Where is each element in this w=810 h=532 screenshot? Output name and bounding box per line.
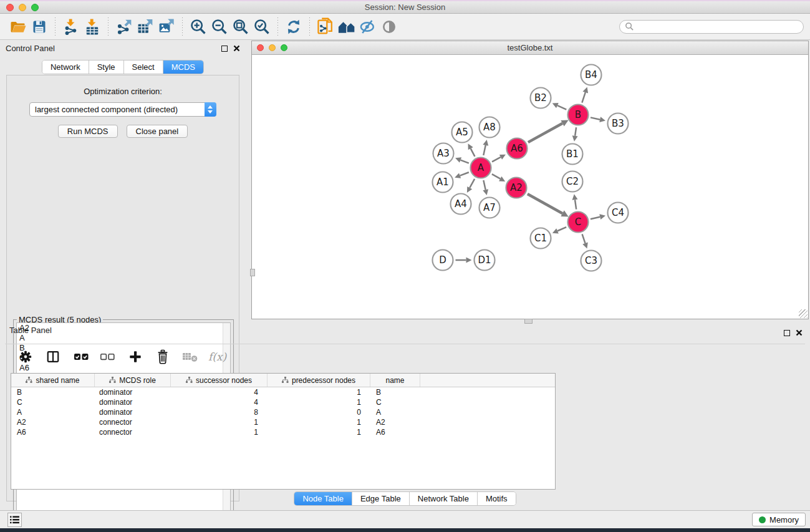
export-image-button[interactable]	[156, 17, 177, 37]
table-cell[interactable]: dominator	[95, 408, 171, 417]
column-header-shared-name[interactable]: shared name	[11, 374, 95, 387]
run-mcds-button[interactable]: Run MCDS	[58, 125, 118, 138]
edge-A6-B[interactable]	[528, 123, 562, 142]
table-cell[interactable]: 1	[268, 388, 370, 397]
edge-A2-C[interactable]	[528, 194, 562, 213]
node-table-body[interactable]: Bdominator41BCdominator41CAdominator80AA…	[11, 387, 555, 437]
table-cell[interactable]: 1	[268, 418, 370, 427]
edge-A-A5[interactable]	[471, 148, 475, 157]
function-builder-button[interactable]: f(x)	[208, 351, 226, 363]
edge-A-A3[interactable]	[461, 160, 469, 163]
table-cell[interactable]: B	[370, 388, 420, 397]
criterion-dropdown[interactable]: largest connected component (directed)	[29, 102, 216, 117]
search-input[interactable]	[619, 20, 804, 34]
table-cell[interactable]: dominator	[95, 398, 171, 407]
close-panel-icon[interactable]	[233, 45, 240, 52]
table-row[interactable]: Adominator80A	[11, 407, 555, 417]
table-cell[interactable]: C	[370, 398, 420, 407]
column-header-MCDS-role[interactable]: MCDS role	[95, 374, 171, 387]
tab-network-table[interactable]: Network Table	[410, 492, 478, 505]
table-cell[interactable]: 4	[171, 398, 268, 407]
tab-style[interactable]: Style	[89, 60, 124, 74]
select-all-columns-button[interactable]	[74, 351, 90, 363]
zoom-fit-button[interactable]	[230, 17, 251, 37]
network-canvas[interactable]: B4B2BB3A8A5A6B1A3AA1C2A2A4A7C4CC1C3DD1	[252, 55, 808, 319]
close-panel-button[interactable]: Close panel	[127, 125, 188, 138]
table-settings-button[interactable]	[19, 350, 32, 364]
tab-edge-table[interactable]: Edge Table	[352, 492, 410, 505]
edge-B-B2[interactable]	[557, 105, 566, 109]
edge-A-A8[interactable]	[483, 145, 485, 155]
export-network-button[interactable]	[113, 17, 135, 37]
node-table-header[interactable]: shared nameMCDS rolesuccessor nodesprede…	[11, 374, 555, 387]
column-header-name[interactable]: name	[370, 374, 420, 387]
table-cell[interactable]: 1	[268, 398, 370, 407]
edge-C-C2[interactable]	[575, 200, 576, 209]
table-cell[interactable]: dominator	[95, 388, 171, 397]
table-float-panel-icon[interactable]	[784, 330, 790, 336]
table-cell[interactable]: A	[370, 408, 420, 417]
resize-grip-icon[interactable]	[799, 309, 808, 318]
export-table-button[interactable]	[135, 17, 156, 37]
table-cell[interactable]: A6	[11, 428, 95, 437]
network-graph[interactable]: B4B2BB3A8A5A6B1A3AA1C2A2A4A7C4CC1C3DD1	[252, 55, 808, 319]
table-cell[interactable]: connector	[95, 428, 171, 437]
table-cell[interactable]: 0	[268, 408, 370, 417]
horizontal-split-handle[interactable]	[524, 319, 533, 324]
hide-selected-button[interactable]	[357, 17, 378, 37]
save-session-button[interactable]	[29, 17, 50, 37]
tab-node-table[interactable]: Node Table	[294, 492, 352, 505]
tab-motifs[interactable]: Motifs	[478, 492, 516, 505]
zoom-out-button[interactable]	[209, 17, 230, 37]
table-cell[interactable]: connector	[95, 418, 171, 427]
tab-select[interactable]: Select	[124, 60, 163, 74]
network-window-titlebar[interactable]: testGlobe.txt	[252, 41, 808, 55]
node-table[interactable]: shared nameMCDS rolesuccessor nodesprede…	[11, 373, 556, 490]
edge-B-B1[interactable]	[575, 127, 576, 136]
edge-A-A2[interactable]	[492, 174, 500, 179]
table-cell[interactable]: A	[11, 408, 95, 417]
import-network-button[interactable]	[60, 17, 82, 37]
table-cell[interactable]: B	[11, 388, 95, 397]
show-all-button[interactable]	[378, 17, 400, 37]
table-cell[interactable]: 1	[171, 428, 268, 437]
table-row[interactable]: Cdominator41C	[11, 397, 555, 407]
refresh-button[interactable]	[283, 17, 304, 37]
edge-C-C4[interactable]	[591, 217, 600, 220]
table-cell[interactable]: A2	[370, 418, 420, 427]
edge-A-A1[interactable]	[460, 172, 469, 175]
zoom-in-button[interactable]	[188, 17, 209, 37]
tab-network[interactable]: Network	[42, 60, 89, 74]
duplicate-network-button[interactable]	[315, 17, 336, 37]
memory-button[interactable]: Memory	[752, 513, 806, 526]
table-row[interactable]: Bdominator41B	[11, 387, 555, 397]
edge-A-A7[interactable]	[483, 180, 485, 190]
delete-column-button[interactable]	[156, 349, 170, 364]
table-row[interactable]: A2connector11A2	[11, 417, 555, 427]
table-cell[interactable]: 1	[171, 418, 268, 427]
edge-B-B3[interactable]	[591, 117, 600, 119]
show-column-panel-button[interactable]	[46, 350, 60, 364]
table-close-panel-icon[interactable]	[796, 329, 803, 336]
table-cell[interactable]: A2	[11, 418, 95, 427]
delete-table-button[interactable]	[182, 351, 198, 363]
open-file-button[interactable]	[7, 17, 29, 37]
table-cell[interactable]: 1	[268, 428, 370, 437]
table-row[interactable]: A6connector11A6	[11, 427, 555, 437]
float-panel-icon[interactable]	[221, 46, 228, 52]
edge-C-C3[interactable]	[582, 234, 586, 243]
table-cell[interactable]: 8	[171, 408, 268, 417]
create-column-button[interactable]	[128, 350, 142, 364]
show-panel-list-button[interactable]	[7, 513, 22, 527]
vertical-split-handle[interactable]	[250, 269, 255, 276]
edge-A-A4[interactable]	[470, 179, 475, 188]
deselect-all-columns-button[interactable]	[100, 351, 116, 363]
column-header-successor-nodes[interactable]: successor nodes	[171, 374, 268, 387]
table-cell[interactable]: C	[11, 398, 95, 407]
column-header-predecessor-nodes[interactable]: predecessor nodes	[268, 374, 370, 387]
search-text-field[interactable]	[634, 22, 803, 31]
table-cell[interactable]: 4	[171, 388, 268, 397]
home-button[interactable]	[336, 17, 357, 37]
edge-B-B4[interactable]	[582, 92, 585, 102]
window-titlebar[interactable]: Session: New Session	[0, 0, 810, 14]
